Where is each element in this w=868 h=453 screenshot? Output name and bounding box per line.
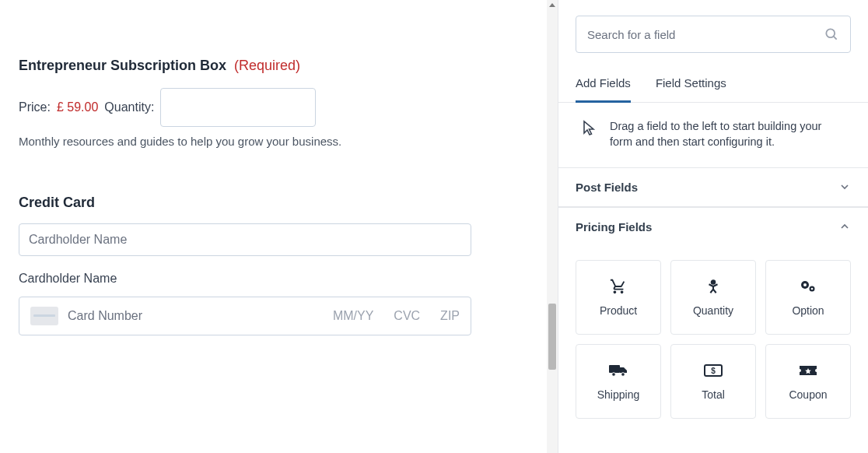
svg-point-6 <box>811 287 814 290</box>
card-cvc-placeholder: CVC <box>394 309 420 323</box>
truck-icon <box>608 362 628 379</box>
field-card-label: Coupon <box>789 388 827 401</box>
ticket-icon <box>798 362 818 379</box>
search-icon <box>824 26 839 42</box>
svg-text:$: $ <box>711 367 716 375</box>
search-field-wrap <box>558 16 868 67</box>
required-label: (Required) <box>234 58 300 73</box>
cardholder-name-sublabel: Cardholder Name <box>19 272 471 286</box>
field-card-coupon[interactable]: Coupon <box>765 344 851 419</box>
person-icon <box>705 278 722 295</box>
tab-field-settings[interactable]: Field Settings <box>656 67 726 102</box>
svg-point-4 <box>803 283 807 286</box>
cardholder-name-input[interactable] <box>19 223 471 256</box>
tab-add-fields[interactable]: Add Fields <box>576 67 631 103</box>
section-pricing-fields[interactable]: Pricing Fields <box>558 207 868 246</box>
field-card-label: Quantity <box>693 304 733 317</box>
chevron-up-icon <box>838 220 851 233</box>
drag-hint-text: Drag a field to the left to start buildi… <box>610 118 845 150</box>
product-title-text: Entrepreneur Subscription Box <box>19 58 226 73</box>
field-card-label: Product <box>600 304 637 317</box>
drag-hint: Drag a field to the left to start buildi… <box>558 103 868 167</box>
product-field-title: Entrepreneur Subscription Box (Required) <box>19 58 539 74</box>
field-card-option[interactable]: Option <box>765 260 851 335</box>
price-quantity-row: Price: £ 59.00 Quantity: <box>19 88 539 127</box>
cart-icon <box>610 278 627 295</box>
field-card-product[interactable]: Product <box>576 260 661 335</box>
product-description: Monthly resources and guides to help you… <box>19 135 539 148</box>
section-post-fields[interactable]: Post Fields <box>558 167 868 207</box>
field-card-shipping[interactable]: Shipping <box>576 344 661 419</box>
field-card-quantity[interactable]: Quantity <box>670 260 756 335</box>
gears-icon <box>799 278 817 295</box>
card-number-placeholder: Card Number <box>68 309 313 323</box>
section-post-fields-label: Post Fields <box>576 181 638 194</box>
svg-line-1 <box>834 37 837 40</box>
card-expiry-placeholder: MM/YY <box>333 309 373 323</box>
svg-rect-7 <box>609 365 620 373</box>
pricing-fields-grid: Product Quantity Option Shipping $ Total <box>558 246 868 433</box>
card-zip-placeholder: ZIP <box>440 309 460 323</box>
price-value: £ 59.00 <box>57 100 98 114</box>
field-card-label: Total <box>702 388 725 401</box>
scrollbar-thumb[interactable] <box>548 304 556 370</box>
price-label: Price: <box>19 100 51 114</box>
svg-point-9 <box>621 372 625 376</box>
section-pricing-fields-label: Pricing Fields <box>576 220 652 234</box>
field-card-label: Option <box>792 304 824 317</box>
svg-point-2 <box>712 280 716 284</box>
card-number-input[interactable]: Card Number MM/YY CVC ZIP <box>19 297 471 335</box>
field-card-label: Shipping <box>597 388 640 401</box>
credit-card-icon <box>30 307 58 325</box>
scroll-up-arrow[interactable] <box>549 3 555 7</box>
money-icon: $ <box>703 362 723 379</box>
chevron-down-icon <box>838 181 851 193</box>
field-card-total[interactable]: $ Total <box>670 344 756 419</box>
credit-card-title: Credit Card <box>19 195 471 211</box>
cursor-icon <box>582 120 596 135</box>
quantity-label: Quantity: <box>104 100 154 114</box>
credit-card-block: Credit Card Cardholder Name Card Number … <box>19 195 471 335</box>
svg-point-0 <box>826 29 835 37</box>
quantity-input[interactable] <box>160 88 316 127</box>
svg-point-8 <box>612 372 616 376</box>
sidebar-tabs: Add Fields Field Settings <box>558 67 868 103</box>
search-input[interactable] <box>587 28 824 41</box>
scrollbar[interactable] <box>547 0 558 453</box>
form-preview-panel: Entrepreneur Subscription Box (Required)… <box>0 0 558 453</box>
sidebar-panel: Add Fields Field Settings Drag a field t… <box>558 0 868 453</box>
search-box[interactable] <box>576 16 851 53</box>
product-field-block: Entrepreneur Subscription Box (Required)… <box>19 58 539 148</box>
